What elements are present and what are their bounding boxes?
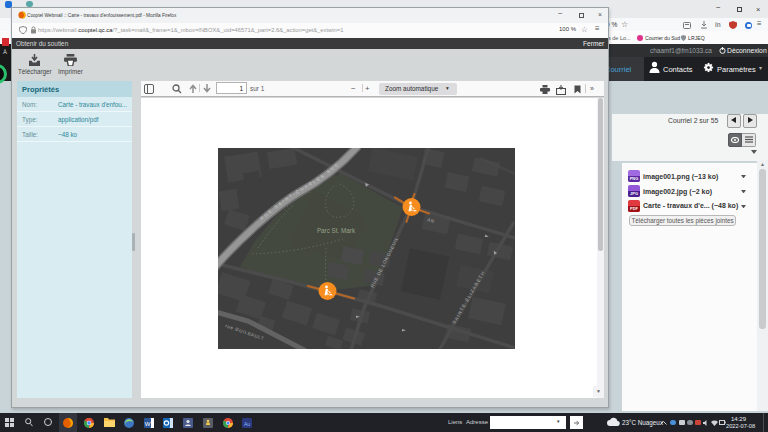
svg-text:W: W: [145, 420, 151, 426]
svg-text:Au: Au: [244, 420, 250, 426]
svg-text:Parc St. Mark: Parc St. Mark: [317, 227, 356, 234]
